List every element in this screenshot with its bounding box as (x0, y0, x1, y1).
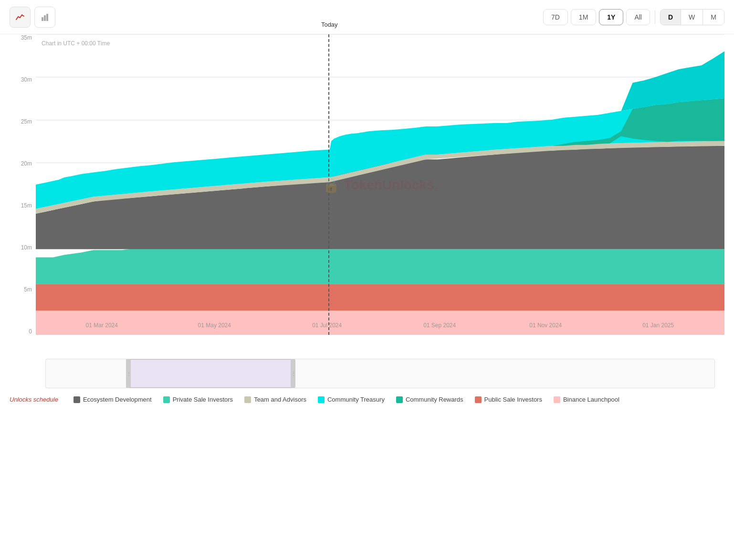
svg-rect-2 (46, 14, 48, 21)
legend-swatch-private (163, 396, 170, 403)
legend-item-binance: Binance Launchpool (554, 396, 619, 403)
x-label-sep: 01 Sep 2024 (423, 322, 456, 329)
y-label-25m: 25m (10, 118, 36, 125)
period-7d[interactable]: 7D (543, 9, 568, 25)
x-label-nov: 01 Nov 2024 (529, 322, 562, 329)
range-handle-left[interactable]: ⋮ (126, 359, 131, 388)
y-label-5m: 5m (10, 286, 36, 293)
today-label: Today (321, 21, 338, 28)
x-label-mar: 01 Mar 2024 (86, 322, 118, 329)
y-label-0: 0 (10, 328, 36, 335)
legend-item-ecosystem: Ecosystem Development (73, 396, 152, 403)
y-label-30m: 30m (10, 76, 36, 83)
period-1m[interactable]: 1M (571, 9, 596, 25)
chart-area: 0 5m 10m 15m 20m 25m 30m 35m Chart in UT… (10, 34, 724, 359)
range-highlight (126, 359, 293, 388)
legend-swatch-rewards (396, 396, 403, 403)
bar-chart-icon (40, 12, 50, 22)
svg-rect-1 (44, 15, 46, 21)
x-label-may: 01 May 2024 (198, 322, 231, 329)
chart-wrapper: 0 5m 10m 15m 20m 25m 30m 35m Chart in UT… (10, 34, 724, 388)
toolbar-divider (655, 10, 655, 24)
main-container: 7D 1M 1Y All D W M 0 5m 10m 15m 20m 25m … (0, 0, 734, 560)
legend-item-treasury: Community Treasury (318, 396, 385, 403)
interval-d[interactable]: D (661, 10, 681, 25)
legend-swatch-binance (554, 396, 560, 403)
legend-item-private: Private Sale Investors (163, 396, 233, 403)
svg-marker-12 (36, 284, 724, 311)
y-label-20m: 20m (10, 160, 36, 167)
period-1y[interactable]: 1Y (599, 9, 623, 25)
y-axis: 0 5m 10m 15m 20m 25m 30m 35m (10, 34, 36, 335)
line-chart-button[interactable] (10, 7, 31, 28)
legend-swatch-public (475, 396, 482, 403)
x-label-jan: 01 Jan 2025 (642, 322, 674, 329)
legend-label-public: Public Sale Investors (484, 396, 542, 403)
legend-swatch-ecosystem (73, 396, 80, 403)
range-handle-right[interactable]: ⋮ (291, 359, 295, 388)
y-label-35m: 35m (10, 34, 36, 41)
line-chart-icon (15, 12, 25, 22)
toolbar-right: 7D 1M 1Y All D W M (543, 9, 724, 25)
toolbar-left (10, 7, 55, 28)
chart-utc-label: Chart in UTC + 00:00 Time (42, 40, 110, 47)
handle-dots-right: ⋮ (291, 371, 295, 376)
legend-label-team: Team and Advisors (254, 396, 306, 403)
y-label-10m: 10m (10, 244, 36, 251)
bar-chart-button[interactable] (34, 7, 55, 28)
legend-label-rewards: Community Rewards (406, 396, 463, 403)
watermark-icon: 🔒 (322, 176, 340, 193)
y-label-15m: 15m (10, 202, 36, 209)
period-all[interactable]: All (626, 9, 650, 25)
legend-label-ecosystem: Ecosystem Development (83, 396, 152, 403)
legend-swatch-team (244, 396, 251, 403)
legend-title: Unlocks schedule (10, 396, 58, 403)
legend: Unlocks schedule Ecosystem Development P… (0, 388, 734, 411)
interval-m[interactable]: M (703, 10, 724, 25)
watermark: 🔒 TokenUnlocks. (322, 176, 438, 193)
watermark-text: TokenUnlocks. (344, 177, 438, 192)
interval-group: D W M (660, 9, 724, 25)
legend-label-binance: Binance Launchpool (563, 396, 619, 403)
handle-dots-left: ⋮ (126, 371, 131, 376)
toolbar: 7D 1M 1Y All D W M (0, 0, 734, 34)
chart-inner: Chart in UTC + 00:00 Time Today 🔒 TokenU… (36, 34, 724, 335)
legend-label-private: Private Sale Investors (173, 396, 233, 403)
legend-item-team: Team and Advisors (244, 396, 306, 403)
svg-rect-0 (42, 17, 43, 21)
range-selector[interactable]: ⋮ ⋮ (45, 359, 715, 388)
legend-item-public: Public Sale Investors (475, 396, 542, 403)
x-label-jul: 01 Jul 2024 (312, 322, 342, 329)
legend-item-rewards: Community Rewards (396, 396, 463, 403)
interval-w[interactable]: W (681, 10, 703, 25)
legend-label-treasury: Community Treasury (327, 396, 385, 403)
legend-swatch-treasury (318, 396, 325, 403)
x-axis: 01 Mar 2024 01 May 2024 01 Jul 2024 01 S… (62, 316, 724, 335)
